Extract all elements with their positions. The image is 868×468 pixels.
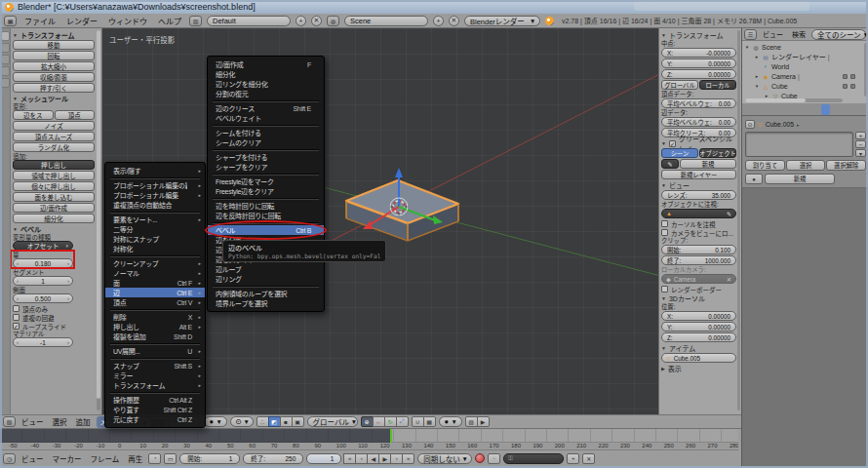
properties-tab-icon[interactable] — [792, 104, 801, 115]
outliner-vscrollbar[interactable] — [864, 43, 868, 97]
checkbox[interactable] — [661, 286, 668, 292]
panel-header-bevel[interactable]: ▼ベベル — [13, 224, 95, 234]
panel-header-item[interactable]: ▼アイテム — [661, 343, 736, 353]
current-frame-field[interactable]: 1 — [306, 453, 341, 464]
local-camera-field[interactable]: ◆Camera✕ — [661, 274, 736, 284]
tool-button[interactable]: 移動 — [13, 40, 95, 50]
opengl-anim-button[interactable]: ▶ — [477, 416, 490, 427]
keying-set-icon-button[interactable]: ◦ — [488, 453, 500, 464]
render-border-row[interactable]: レンダーボーダー — [661, 285, 736, 293]
cursor-y-slider[interactable]: Y:0.00000 — [661, 322, 736, 332]
tool-button[interactable]: 回転 — [13, 51, 95, 60]
tool-shelf-tab[interactable] — [1, 78, 10, 88]
editor-type-icon[interactable]: ☰ — [744, 29, 757, 40]
scale-manipulator-button[interactable]: ⤢ — [396, 416, 409, 427]
tool-button[interactable]: 領域で押し出し — [13, 171, 95, 180]
checkbox-row[interactable]: ✓ループスライド — [13, 322, 95, 331]
panel-header-transform-n[interactable]: ▼トランスフォーム — [661, 30, 736, 40]
menu-item[interactable]: 内側領域のループを選択 — [208, 289, 324, 298]
viewport-shading-select[interactable]: ●▾ — [204, 416, 227, 427]
grease-pencil-checkbox[interactable]: ✓ — [669, 140, 676, 147]
editor-type-icon[interactable]: ▧ — [3, 416, 16, 427]
median-x-slider[interactable]: X:-0.00000 — [661, 48, 736, 58]
menu-item[interactable]: シームを付ける — [208, 128, 324, 137]
menu-view-tl[interactable]: ビュー — [19, 453, 47, 464]
new-material-button[interactable]: 新規 — [765, 174, 835, 184]
menu-add[interactable]: 追加 — [73, 416, 94, 427]
panel-header-3d-cursor[interactable]: ▼3Dカーソル — [661, 293, 736, 303]
menu-item[interactable]: Freestyle辺をマーク — [208, 176, 324, 186]
menu-item[interactable]: 削除 X ▸ — [105, 312, 205, 322]
lock-object-field[interactable]: ▲✎ — [661, 209, 736, 218]
tool-button[interactable]: 辺/面作成 — [13, 203, 95, 213]
menu-item[interactable]: 辺リング — [208, 274, 324, 284]
properties-tab-icon[interactable] — [772, 104, 781, 115]
tool-button[interactable]: 頂点 — [55, 110, 96, 120]
tool-button[interactable]: ノイズ — [13, 121, 95, 131]
menu-item[interactable]: プロポーショナル編集 ▸ — [105, 190, 205, 200]
camera-to-view-row[interactable]: カメラをビューにロ... — [661, 228, 736, 237]
timeline-current-frame-cursor[interactable] — [390, 429, 392, 443]
local-toggle[interactable]: ローカル — [699, 80, 736, 90]
segments-slider[interactable]: 1 — [13, 276, 73, 286]
add-scene-button[interactable]: + — [433, 16, 444, 26]
frame-end-slider[interactable]: 終了:250 — [243, 453, 303, 464]
npanel-scrollbar[interactable] — [737, 30, 740, 410]
expand-caret-icon[interactable]: ▸ — [754, 73, 760, 79]
properties-tab-icon[interactable] — [753, 104, 762, 115]
tool-button[interactable]: 個々に押し出し — [13, 181, 95, 191]
timeline-ruler[interactable]: -50-40-30-20-100102030405060708090100110… — [0, 443, 738, 450]
menu-item[interactable]: トランスフォーム ▸ — [105, 380, 205, 390]
amount-slider[interactable]: 0.180 — [13, 258, 73, 268]
tool-button[interactable]: 辺をス — [13, 110, 54, 120]
sync-mode-select[interactable]: 同期しない▾ — [417, 453, 472, 464]
checkbox[interactable] — [661, 220, 668, 227]
menu-item[interactable]: ベベルウェイト — [208, 113, 324, 123]
menu-item[interactable]: ベベル Ctrl B — [208, 225, 324, 235]
delete-keyframe-button[interactable]: ✕ — [582, 453, 595, 464]
auto-keyframe-record-button[interactable] — [475, 453, 485, 463]
properties-tab-icon[interactable] — [841, 104, 849, 115]
outliner-row[interactable]: ▾ ◍ Scene — [744, 42, 868, 52]
panel-header-transform[interactable]: ▼トランスフォーム — [13, 30, 95, 40]
restrict-toggle-icons[interactable] — [843, 74, 855, 79]
active-keying-set-field[interactable]: ⚿ — [503, 453, 564, 464]
outliner-hscrollbar[interactable] — [745, 98, 843, 102]
properties-tab-icon[interactable] — [763, 104, 771, 115]
pin-icon[interactable]: ⊙ — [745, 120, 755, 129]
cursor-x-slider[interactable]: X:0.00000 — [661, 311, 736, 321]
orientation-select[interactable]: グローバル▾ — [307, 416, 358, 427]
outliner-row[interactable]: ▸ ▤ レンダーレイヤー | — [744, 52, 868, 61]
properties-tab-icon[interactable] — [743, 104, 752, 115]
panel-header-view[interactable]: ▼ビュー — [661, 180, 736, 190]
checkbox[interactable] — [661, 229, 668, 236]
cursor-z-slider[interactable]: Z:0.00000 — [661, 332, 736, 342]
menu-file[interactable]: ファイル — [21, 16, 59, 26]
pivot-select[interactable]: ⊙▾ — [230, 416, 254, 427]
menu-view-outliner[interactable]: ビュー — [760, 29, 786, 39]
menu-item[interactable]: 辺を反時計回りに回転 — [208, 211, 324, 220]
mean-bevel-weight-edge-slider[interactable]: 平均ベベルウェ:0.00 — [661, 117, 736, 127]
gp-object-toggle[interactable]: オブジェクト — [699, 148, 736, 158]
outliner-row[interactable]: ▾ △ Cube — [744, 81, 868, 91]
expand-caret-icon[interactable]: ▸ — [754, 54, 760, 59]
rotate-manipulator-button[interactable]: ↻ — [384, 416, 397, 427]
gp-draw-icon-button[interactable]: ✎ — [661, 159, 679, 169]
tool-button[interactable]: 押す/引く — [13, 83, 95, 93]
tool-shelf-tab[interactable] — [1, 55, 10, 64]
tool-button[interactable]: 収縮/膨張 — [13, 72, 95, 82]
render-engine-select[interactable]: Blenderレンダー ▾ — [464, 16, 540, 26]
snap-element-button[interactable]: ▦ — [423, 416, 436, 427]
menu-item[interactable]: 表示/隠す ▸ — [105, 166, 205, 176]
timeline-tracks[interactable] — [0, 429, 738, 443]
tool-button[interactable]: 面を差し込む — [13, 192, 95, 202]
panel-header-display[interactable]: ▶表示 — [661, 364, 736, 373]
proportional-edit-select[interactable]: ●▾ — [439, 416, 462, 427]
remove-slot-button[interactable]: − — [855, 140, 866, 148]
gp-new-button[interactable]: 新規 — [680, 159, 736, 169]
menu-marker[interactable]: マーカー — [50, 453, 85, 464]
scene-select[interactable]: Scene — [344, 16, 428, 26]
material-slider[interactable]: -1 — [13, 337, 73, 347]
properties-tab-icon[interactable] — [782, 104, 791, 115]
menu-item[interactable]: やり直す Shift Ctrl Z — [105, 405, 205, 414]
